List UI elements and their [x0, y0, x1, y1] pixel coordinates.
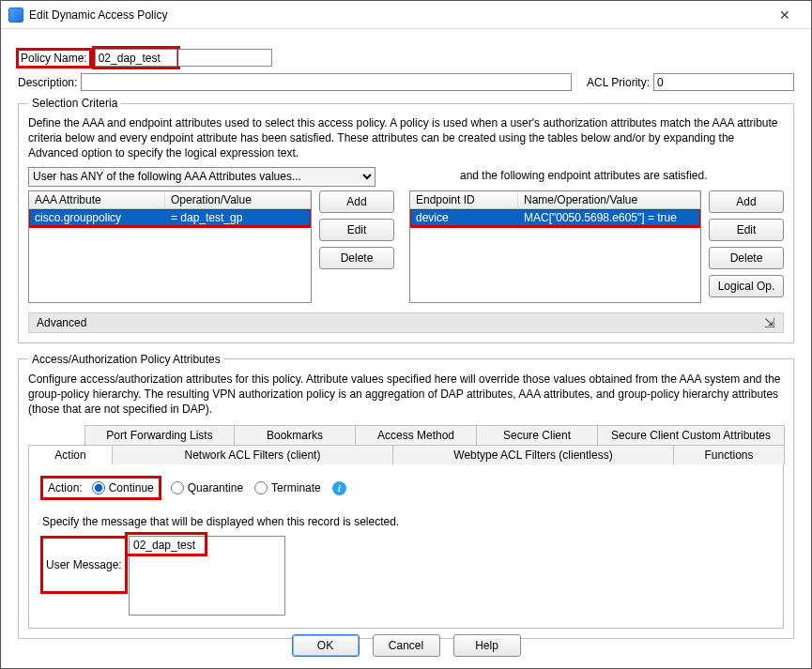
ok-button[interactable]: OK — [292, 634, 360, 657]
radio-quarantine[interactable]: Quarantine — [171, 481, 243, 494]
ep-edit-button[interactable]: Edit — [709, 219, 784, 241]
advanced-label: Advanced — [37, 316, 86, 329]
ep-add-button[interactable]: Add — [709, 190, 784, 213]
titlebar: Edit Dynamic Access Policy ✕ — [1, 1, 811, 29]
aaa-attribute-list[interactable]: AAA Attribute Operation/Value cisco.grou… — [28, 190, 312, 303]
aaa-col-attribute: AAA Attribute — [29, 191, 165, 208]
selection-criteria-desc: Define the AAA and endpoint attributes u… — [28, 115, 784, 161]
ep-col-op: Name/Operation/Value — [518, 191, 700, 208]
radio-quarantine-input[interactable] — [171, 481, 184, 494]
action-tab-panel: Action: Continue Quarantine Terminate — [28, 464, 784, 629]
radio-continue-input[interactable] — [92, 481, 105, 494]
aaa-row-attr: cisco.grouppolicy — [29, 209, 165, 226]
tab-webtype-acl[interactable]: Webtype ACL Filters (clientless) — [392, 445, 674, 464]
radio-terminate[interactable]: Terminate — [254, 481, 321, 494]
tab-network-acl[interactable]: Network ACL Filters (client) — [112, 445, 393, 464]
tab-access-method[interactable]: Access Method — [355, 425, 477, 445]
ep-col-id: Endpoint ID — [410, 191, 518, 208]
aaa-row[interactable]: cisco.grouppolicy = dap_test_gp — [29, 209, 311, 226]
endpoint-attribute-list[interactable]: Endpoint ID Name/Operation/Value device … — [409, 190, 701, 303]
description-input[interactable] — [81, 73, 572, 91]
tab-secure-client-custom[interactable]: Secure Client Custom Attributes — [597, 425, 785, 445]
radio-terminate-label: Terminate — [271, 481, 321, 494]
ep-row-id: device — [410, 209, 518, 226]
selection-criteria-group: Selection Criteria Define the AAA and en… — [18, 97, 794, 343]
aaa-add-button[interactable]: Add — [319, 190, 394, 213]
description-label: Description: — [18, 76, 77, 89]
policy-name-input[interactable] — [95, 49, 177, 67]
radio-terminate-input[interactable] — [254, 481, 268, 494]
window-title: Edit Dynamic Access Policy — [29, 8, 167, 22]
close-icon[interactable]: ✕ — [766, 3, 804, 27]
expand-icon: ⇲ — [764, 316, 775, 329]
policy-name-extra — [178, 49, 272, 67]
access-attrs-desc: Configure access/authorization attribute… — [28, 372, 784, 418]
ep-row[interactable]: device MAC["0050.5698.e605"] = true — [410, 209, 700, 226]
tab-action[interactable]: Action — [28, 445, 113, 464]
ep-logical-button[interactable]: Logical Op. — [709, 275, 784, 297]
endpoint-note: and the following endpoint attributes ar… — [460, 169, 708, 182]
radio-continue[interactable]: Continue — [92, 481, 154, 494]
tab-port-forwarding[interactable]: Port Forwarding Lists — [84, 425, 235, 445]
tab-functions[interactable]: Functions — [673, 445, 785, 464]
ep-delete-button[interactable]: Delete — [709, 247, 784, 269]
action-label: Action: — [48, 481, 83, 494]
user-message-label: User Message: — [42, 536, 129, 618]
dialog-footer: OK Cancel Help — [1, 634, 811, 657]
access-attrs-legend: Access/Authorization Policy Attributes — [28, 353, 224, 366]
user-message-text[interactable] — [129, 536, 285, 616]
aaa-edit-button[interactable]: Edit — [319, 219, 394, 241]
aaa-row-op: = dap_test_gp — [165, 209, 311, 226]
policy-name-label: Policy Name: — [18, 50, 90, 67]
app-icon — [8, 8, 23, 23]
selection-criteria-legend: Selection Criteria — [28, 97, 121, 110]
tab-bookmarks[interactable]: Bookmarks — [234, 425, 356, 445]
aaa-col-operation: Operation/Value — [165, 191, 311, 208]
access-attrs-group: Access/Authorization Policy Attributes C… — [18, 353, 794, 640]
ep-row-op: MAC["0050.5698.e605"] = true — [518, 209, 700, 226]
advanced-toggle[interactable]: Advanced ⇲ — [28, 312, 784, 333]
cancel-button[interactable]: Cancel — [373, 634, 440, 657]
user-message-intro: Specify the message that will be display… — [42, 515, 770, 528]
acl-priority-input[interactable] — [653, 73, 794, 91]
radio-continue-label: Continue — [109, 481, 154, 494]
aaa-match-combo[interactable]: User has ANY of the following AAA Attrib… — [28, 167, 375, 187]
aaa-delete-button[interactable]: Delete — [319, 247, 394, 269]
info-icon[interactable]: i — [332, 481, 346, 495]
help-button[interactable]: Help — [453, 634, 521, 657]
tab-secure-client[interactable]: Secure Client — [476, 425, 598, 445]
acl-priority-label: ACL Priority: — [587, 76, 650, 89]
radio-quarantine-label: Quarantine — [188, 481, 243, 494]
